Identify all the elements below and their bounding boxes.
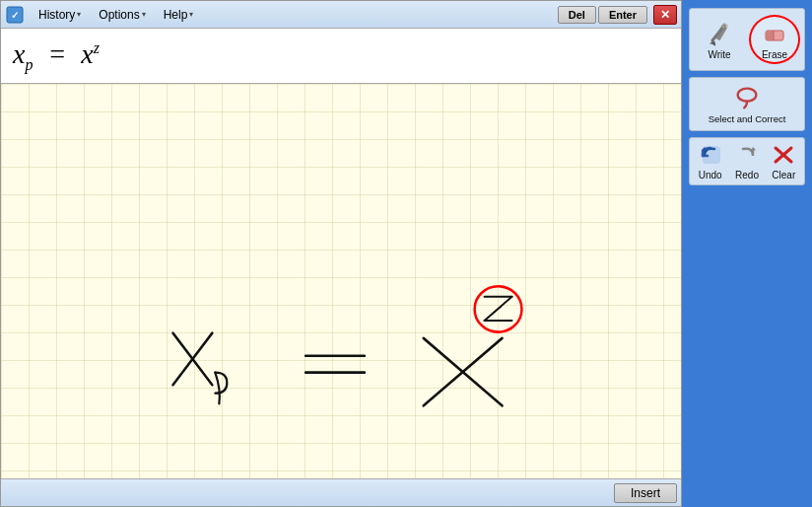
action-row: Undo Redo Clear — [689, 137, 805, 185]
select-correct-label: Select and Correct — [709, 113, 786, 124]
write-tool-button[interactable]: Write — [694, 15, 745, 64]
clear-button[interactable]: Clear — [766, 142, 801, 181]
write-erase-row: Write Erase — [694, 15, 800, 64]
right-panel: Write Erase — [682, 0, 812, 507]
app-logo: ✓ — [5, 5, 25, 25]
erase-label: Erase — [762, 49, 787, 60]
enter-button[interactable]: Enter — [598, 6, 647, 24]
menu-help[interactable]: Help ▾ — [156, 6, 202, 24]
svg-point-12 — [738, 89, 757, 102]
formula-area: xp = xz — [1, 29, 681, 84]
bottom-bar: Insert — [1, 478, 681, 506]
handwriting-svg — [1, 84, 681, 478]
svg-rect-10 — [766, 31, 774, 40]
write-label: Write — [708, 49, 730, 60]
menu-history[interactable]: History ▾ — [31, 6, 89, 24]
history-arrow: ▾ — [77, 10, 81, 19]
pencil-icon — [706, 20, 733, 47]
redo-button[interactable]: Redo — [729, 142, 765, 181]
redo-icon — [733, 142, 761, 168]
lasso-icon — [733, 84, 761, 111]
close-button[interactable]: ✕ — [653, 5, 677, 25]
del-enter-area: Del Enter — [558, 6, 647, 24]
help-arrow: ▾ — [189, 10, 193, 19]
undo-button[interactable]: Undo — [693, 142, 728, 181]
erase-tool-button[interactable]: Erase — [749, 15, 800, 64]
drawing-area[interactable] — [1, 84, 681, 478]
menu-bar: ✓ History ▾ Options ▾ Help ▾ Del Enter ✕ — [1, 1, 681, 29]
del-button[interactable]: Del — [558, 6, 596, 24]
write-erase-group: Write Erase — [689, 8, 805, 71]
options-arrow: ▾ — [142, 10, 146, 19]
redo-label: Redo — [735, 170, 759, 181]
insert-button[interactable]: Insert — [614, 483, 677, 503]
clear-label: Clear — [772, 170, 795, 181]
undo-label: Undo — [699, 170, 722, 181]
select-correct-group: Select and Correct — [689, 77, 805, 131]
svg-text:✓: ✓ — [11, 10, 19, 21]
clear-icon — [770, 142, 797, 168]
menu-options[interactable]: Options ▾ — [91, 6, 153, 24]
formula-display: xp = xz — [13, 38, 100, 74]
select-correct-button[interactable]: Select and Correct — [709, 84, 786, 124]
main-window: ✓ History ▾ Options ▾ Help ▾ Del Enter ✕… — [0, 0, 682, 507]
svg-line-8 — [722, 26, 724, 28]
undo-icon — [697, 142, 724, 168]
eraser-icon — [761, 20, 788, 47]
